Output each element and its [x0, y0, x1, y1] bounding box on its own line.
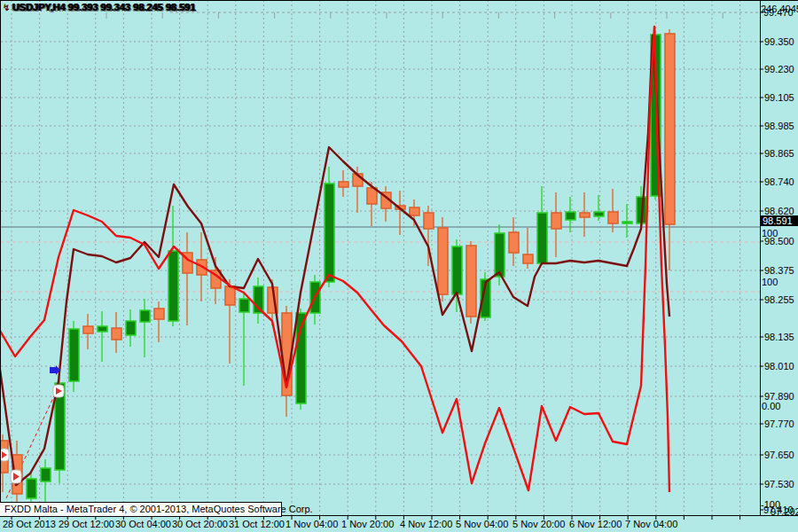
price-axis-label: 98.255: [764, 294, 794, 305]
price-axis-label: 97.650: [764, 450, 794, 460]
candlestick-bull: [566, 212, 575, 220]
time-axis-label: 1 Nov 20:00: [341, 519, 394, 529]
candlestick-bull: [98, 326, 107, 332]
candlestick-bear: [466, 246, 476, 317]
candlestick-bear: [438, 228, 448, 294]
candlestick-bull: [27, 479, 36, 498]
candlestick-bull: [41, 468, 51, 481]
price-axis-label: 98.985: [764, 121, 794, 131]
time-axis-label: 29 Oct 12:00: [59, 519, 114, 529]
time-axis-label: 28 Oct 2013: [3, 519, 56, 529]
chart-plot-area[interactable]: [0, 0, 798, 532]
price-axis-label: 99.230: [764, 64, 794, 74]
indicator-scale-label: 100: [762, 277, 778, 287]
time-axis-label: 30 Oct 20:00: [172, 519, 228, 529]
candlestick-bull: [537, 213, 547, 263]
candlestick-bear: [608, 212, 618, 223]
price-axis-label: 98.010: [764, 361, 794, 372]
mt4-chart-window: ↯USDJPY,H4 99.393 99.343 98.245 98.591 2…: [0, 0, 798, 532]
price-axis-label: 98.500: [764, 236, 794, 246]
current-price-badge: 98.591: [761, 215, 798, 226]
chart-title-ohlc: USDJPY,H4 99.393 99.343 98.245 98.591: [12, 2, 195, 12]
symbol-icon: ↯: [3, 3, 10, 12]
chart-title-bar: ↯USDJPY,H4 99.393 99.343 98.245 98.591: [3, 2, 195, 14]
indicator-scale-label: 97.292: [771, 506, 798, 517]
candlestick-bear: [552, 213, 561, 229]
candlestick-bear: [83, 326, 93, 333]
candlestick-bear: [225, 286, 235, 305]
time-axis-label: 30 Oct 04:00: [115, 519, 171, 529]
time-axis-label: 4 Nov 12:00: [400, 519, 452, 529]
candlestick-bull: [452, 246, 462, 294]
candlestick-bear: [665, 34, 675, 224]
time-axis-label: 5 Nov 04:00: [456, 519, 508, 529]
candlestick-bull: [69, 329, 79, 381]
indicator-scale-label: 0.00: [762, 401, 780, 411]
candlestick-bull: [622, 222, 632, 223]
time-axis-label: 6 Nov 12:00: [569, 519, 622, 529]
candlestick-bear: [509, 232, 519, 253]
candlestick-bull: [239, 299, 249, 312]
time-axis-label: 5 Nov 20:00: [512, 519, 565, 529]
price-axis-label: 98.135: [764, 332, 794, 342]
candlestick-bear: [424, 213, 434, 229]
candlestick-bear: [154, 309, 164, 319]
candlestick-bull: [126, 321, 136, 335]
copyright-notice: FXDD Malta - MetaTrader 4, © 2001-2013, …: [0, 502, 282, 517]
candlestick-bull: [168, 251, 178, 321]
chart-background: [0, 0, 798, 532]
price-axis-label: 97.770: [764, 419, 794, 429]
price-axis-label: 99.105: [764, 92, 794, 103]
price-axis-label: 99.470: [763, 7, 794, 18]
candlestick-bull: [495, 233, 505, 277]
candlestick-bull: [325, 184, 334, 282]
candlestick-bear: [112, 328, 121, 340]
candlestick-bear: [410, 207, 419, 215]
time-axis-label: 31 Oct 12:00: [229, 519, 285, 529]
candlestick-bear: [339, 182, 348, 187]
time-axis-label: 7 Nov 04:00: [625, 519, 677, 529]
price-axis-label: 98.865: [764, 148, 794, 159]
price-axis-label: 97.530: [764, 479, 794, 489]
candlestick-bear: [580, 213, 590, 217]
candlestick-bear: [523, 254, 533, 263]
price-axis-label: 98.375: [764, 265, 794, 276]
candlestick-bull: [594, 212, 604, 216]
price-axis-label: 99.350: [764, 36, 794, 47]
time-axis-label: 1 Nov 04:00: [286, 519, 338, 529]
candlestick-bull: [140, 310, 150, 322]
price-axis-label: 98.740: [764, 176, 794, 187]
